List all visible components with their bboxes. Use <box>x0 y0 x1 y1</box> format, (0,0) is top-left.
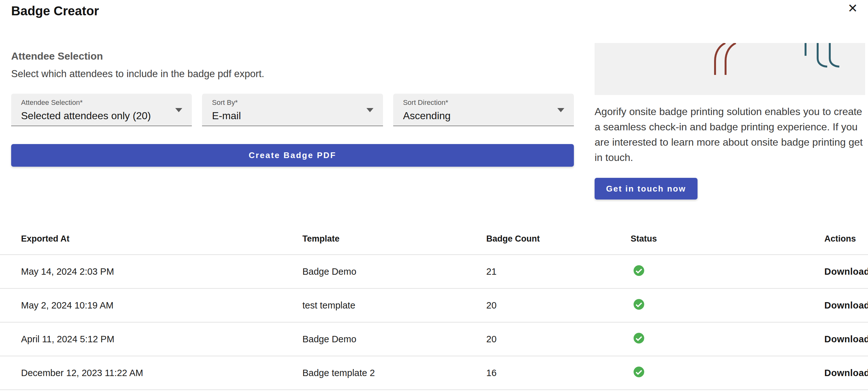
sort-direction-select[interactable]: Sort Direction* Ascending <box>393 94 574 126</box>
badge-count-cell: 21 <box>486 266 630 277</box>
actions-cell: Download <box>824 368 868 378</box>
badge-count-cell: 20 <box>486 300 630 311</box>
badge-count-cell: 20 <box>486 334 630 344</box>
chevron-down-icon[interactable] <box>367 108 373 112</box>
promo-description: Agorify onsite badge printing solution e… <box>595 104 868 165</box>
template-cell: Badge Demo <box>302 266 486 277</box>
download-button[interactable]: Download <box>824 266 868 277</box>
status-success-icon <box>632 264 645 277</box>
actions-cell: Download <box>824 266 868 277</box>
status-success-icon <box>632 332 645 344</box>
download-button[interactable]: Download <box>824 368 868 378</box>
selection-fields: Attendee Selection* Selected attendees o… <box>11 94 574 126</box>
header-badge-count: Badge Count <box>486 234 630 244</box>
sort-by-select[interactable]: Sort By* E-mail <box>202 94 383 126</box>
attendee-selection-select-value: Selected attendees only (20) <box>21 110 173 122</box>
download-button[interactable]: Download <box>824 334 868 344</box>
close-icon[interactable]: ✕ <box>844 0 861 17</box>
status-success-icon <box>632 298 645 311</box>
chevron-down-icon[interactable] <box>175 108 182 112</box>
table-row: April 11, 2024 5:12 PM Badge Demo 20 Dow… <box>0 323 868 356</box>
page-title: Badge Creator <box>11 4 99 18</box>
download-button[interactable]: Download <box>824 300 868 310</box>
badge-count-cell: 16 <box>486 368 630 378</box>
attendee-selection-description: Select which attendees to include in the… <box>11 68 264 80</box>
template-cell: Badge Demo <box>302 334 486 344</box>
export-history-table: Exported At Template Badge Count Status … <box>0 223 868 390</box>
attendee-selection-select-label: Attendee Selection* <box>21 98 173 107</box>
status-cell <box>630 264 824 279</box>
actions-cell: Download <box>824 300 868 311</box>
promo-brackets-graphic <box>595 43 865 95</box>
header-exported-at: Exported At <box>21 234 302 244</box>
exported-at-cell: May 14, 2024 2:03 PM <box>21 266 302 277</box>
promo-banner-image <box>595 43 865 95</box>
table-row: May 14, 2024 2:03 PM Badge Demo 21 Downl… <box>0 255 868 289</box>
exported-at-cell: May 2, 2024 10:19 AM <box>21 300 302 311</box>
actions-cell: Download <box>824 334 868 344</box>
sort-direction-select-value: Ascending <box>403 110 555 122</box>
status-cell <box>630 332 824 347</box>
header-template: Template <box>302 234 486 244</box>
table-row: December 12, 2023 11:22 AM Badge templat… <box>0 356 868 390</box>
get-in-touch-button[interactable]: Get in touch now <box>595 178 698 200</box>
table-row: May 2, 2024 10:19 AM test template 20 Do… <box>0 289 868 323</box>
sort-by-select-value: E-mail <box>212 110 364 122</box>
table-header-row: Exported At Template Badge Count Status … <box>0 223 868 255</box>
create-badge-pdf-button[interactable]: Create Badge PDF <box>11 144 574 167</box>
template-cell: test template <box>302 300 486 311</box>
attendee-selection-heading: Attendee Selection <box>11 50 103 62</box>
sort-direction-select-label: Sort Direction* <box>403 98 555 107</box>
template-cell: Badge template 2 <box>302 368 486 378</box>
attendee-selection-select[interactable]: Attendee Selection* Selected attendees o… <box>11 94 192 126</box>
exported-at-cell: December 12, 2023 11:22 AM <box>21 368 302 378</box>
header-status: Status <box>630 234 824 244</box>
status-cell <box>630 298 824 313</box>
chevron-down-icon[interactable] <box>557 108 564 112</box>
status-cell <box>630 366 824 381</box>
header-actions: Actions <box>824 234 856 244</box>
exported-at-cell: April 11, 2024 5:12 PM <box>21 334 302 344</box>
sort-by-select-label: Sort By* <box>212 98 364 107</box>
status-success-icon <box>632 366 645 378</box>
